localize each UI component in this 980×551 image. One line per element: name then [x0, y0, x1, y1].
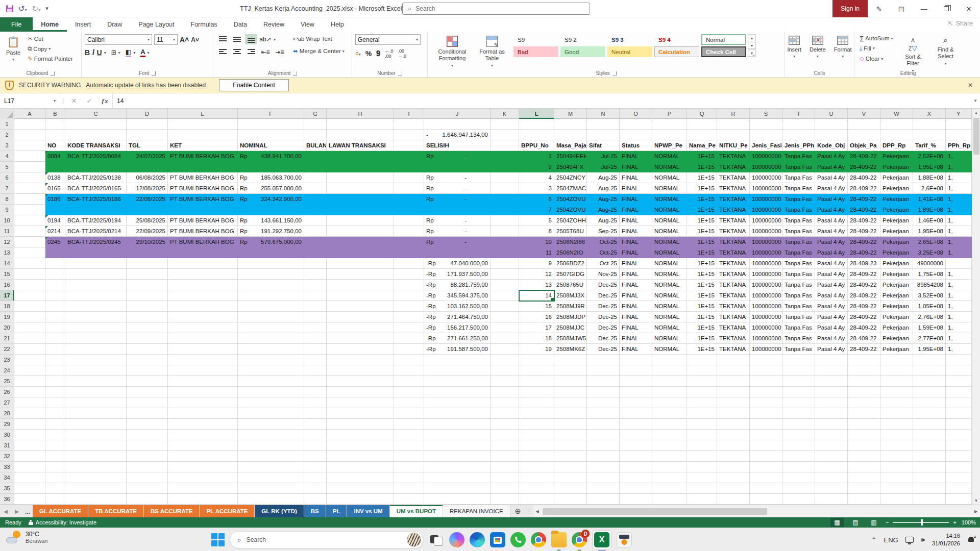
- confirm-entry-icon[interactable]: ✓: [82, 93, 97, 108]
- cell-Y11[interactable]: 1,: [946, 226, 972, 237]
- cancel-entry-icon[interactable]: ✕: [66, 93, 82, 108]
- cell-G18[interactable]: [304, 301, 327, 312]
- cell-C32[interactable]: [65, 451, 127, 462]
- format-as-table-button[interactable]: Format as Table▾: [474, 34, 510, 69]
- cell-E32[interactable]: [168, 451, 238, 462]
- cell-Y15[interactable]: 1,: [946, 269, 972, 280]
- taskbar-search[interactable]: ⌕ Search: [230, 531, 424, 548]
- cell-I23[interactable]: [394, 355, 424, 365]
- cell-M23[interactable]: [554, 355, 587, 365]
- redo-icon[interactable]: ↻▾: [32, 4, 41, 13]
- top-align-icon[interactable]: [216, 34, 229, 44]
- cell-V13[interactable]: 28-409-22: [848, 247, 880, 258]
- cell-R25[interactable]: [717, 376, 750, 387]
- cell-O36[interactable]: [620, 494, 652, 505]
- scroll-left-icon[interactable]: ◀: [533, 509, 542, 514]
- cell-V35[interactable]: [848, 483, 880, 494]
- cell-C24[interactable]: [65, 365, 127, 376]
- cell-R19[interactable]: TEKTANA: [717, 312, 750, 322]
- cell-R20[interactable]: TEKTANA: [717, 322, 750, 333]
- cell-A36[interactable]: [14, 494, 45, 505]
- cell-M10[interactable]: 2504ZOHH: [554, 215, 587, 226]
- cell-V5[interactable]: 28-409-22: [848, 162, 880, 172]
- cell-U10[interactable]: Pasal 4 Ay: [815, 215, 848, 226]
- cell-L10[interactable]: 5: [519, 215, 554, 226]
- cell-P4[interactable]: NORMAL: [652, 151, 687, 162]
- cell-J30[interactable]: [424, 430, 491, 440]
- style-good[interactable]: Good: [560, 46, 605, 57]
- cell-P5[interactable]: NORMAL: [652, 162, 687, 172]
- cell-J16[interactable]: -Rp88.281.759,00: [424, 280, 491, 290]
- cell-V21[interactable]: 28-409-22: [848, 333, 880, 344]
- cell-S26[interactable]: [750, 387, 782, 397]
- cell-M9[interactable]: 2504ZOVU: [554, 205, 587, 215]
- cell-E15[interactable]: [168, 269, 238, 280]
- cell-X12[interactable]: 2,65E+08: [913, 237, 946, 247]
- sheet-tab-inv-vs-um[interactable]: INV vs UM: [347, 505, 389, 517]
- cell-W34[interactable]: [880, 472, 913, 483]
- cell-V30[interactable]: [848, 430, 880, 440]
- cell-H35[interactable]: [327, 483, 394, 494]
- cell-O24[interactable]: [620, 365, 652, 376]
- cell-S21[interactable]: 100000000: [750, 333, 782, 344]
- cell-L27[interactable]: [519, 397, 554, 408]
- cell-A6[interactable]: [14, 172, 45, 183]
- cell-N6[interactable]: Aug-25: [587, 172, 620, 183]
- cell-O4[interactable]: FINAL: [620, 151, 652, 162]
- cell-F22[interactable]: [238, 344, 304, 355]
- ribbon-tab-home[interactable]: Home: [33, 17, 67, 32]
- cell-N13[interactable]: Oct-25: [587, 247, 620, 258]
- ribbon-tab-insert[interactable]: Insert: [67, 17, 99, 32]
- cell-S11[interactable]: 100000000: [750, 226, 782, 237]
- cell-C29[interactable]: [65, 419, 127, 430]
- cell-H25[interactable]: [327, 376, 394, 387]
- cell-E28[interactable]: [168, 408, 238, 419]
- cell-Y35[interactable]: [946, 483, 972, 494]
- cell-C27[interactable]: [65, 397, 127, 408]
- notification-bell-icon[interactable]: [967, 536, 975, 544]
- cell-U6[interactable]: Pasal 4 Ay: [815, 172, 848, 183]
- cell-R9[interactable]: TEKTANA: [717, 205, 750, 215]
- cell-H22[interactable]: [327, 344, 394, 355]
- cell-D32[interactable]: [127, 451, 168, 462]
- cell-A22[interactable]: [14, 344, 45, 355]
- cell-X18[interactable]: 1,05E+08: [913, 301, 946, 312]
- cell-S14[interactable]: 100000000: [750, 258, 782, 269]
- cell-S13[interactable]: 100000000: [750, 247, 782, 258]
- cell-A18[interactable]: [14, 301, 45, 312]
- cell-Y13[interactable]: 1,: [946, 247, 972, 258]
- cell-W35[interactable]: [880, 483, 913, 494]
- cell-C33[interactable]: [65, 462, 127, 472]
- cell-X34[interactable]: [913, 472, 946, 483]
- cell-D10[interactable]: 25/08/2025: [127, 215, 168, 226]
- column-header-O[interactable]: O: [620, 109, 652, 119]
- cell-Y9[interactable]: 1,: [946, 205, 972, 215]
- cell-P21[interactable]: NORMAL: [652, 333, 687, 344]
- cell-T25[interactable]: [782, 376, 815, 387]
- cell-E4[interactable]: PT BUMI BERKAH BOG: [168, 151, 238, 162]
- cell-L11[interactable]: 8: [519, 226, 554, 237]
- row-header-6[interactable]: 6: [0, 172, 14, 183]
- row-header-11[interactable]: 11: [0, 226, 14, 237]
- cell-X23[interactable]: [913, 355, 946, 365]
- cell-M7[interactable]: 2504ZMAC: [554, 183, 587, 194]
- cell-S34[interactable]: [750, 472, 782, 483]
- cell-D20[interactable]: [127, 322, 168, 333]
- increase-decimal-icon[interactable]: ←.0.00: [385, 48, 394, 59]
- cell-H36[interactable]: [327, 494, 394, 505]
- row-header-29[interactable]: 29: [0, 419, 14, 430]
- cell-D13[interactable]: [127, 247, 168, 258]
- cell-U21[interactable]: Pasal 4 Ay: [815, 333, 848, 344]
- cell-Y4[interactable]: 1,: [946, 151, 972, 162]
- cell-A7[interactable]: [14, 183, 45, 194]
- cell-K22[interactable]: [491, 344, 519, 355]
- cell-X35[interactable]: [913, 483, 946, 494]
- cell-K6[interactable]: [491, 172, 519, 183]
- cell-C8[interactable]: BCA-TTJ/2025/0186: [65, 194, 127, 205]
- cell-J14[interactable]: -Rp47.040.000,00: [424, 258, 491, 269]
- cell-K4[interactable]: [491, 151, 519, 162]
- cell-J29[interactable]: [424, 419, 491, 430]
- cell-E16[interactable]: [168, 280, 238, 290]
- cell-O22[interactable]: FINAL: [620, 344, 652, 355]
- column-header-Y[interactable]: Y: [946, 109, 972, 119]
